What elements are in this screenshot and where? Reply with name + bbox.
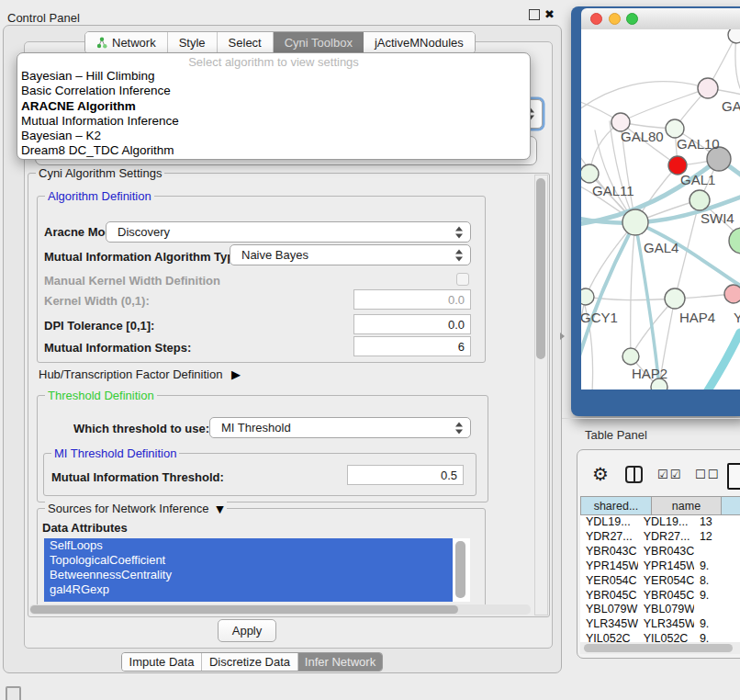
- node-swi4[interactable]: [690, 190, 710, 210]
- mi-steps-field[interactable]: 6: [353, 336, 471, 356]
- node-label-gcy1: GCY1: [581, 310, 618, 325]
- table-row[interactable]: YER054CYER054C8.: [580, 574, 740, 589]
- table-cell: YBL079W: [638, 603, 694, 617]
- tab-select[interactable]: Select: [218, 32, 274, 53]
- table-row[interactable]: YBL079WYBL079W: [580, 603, 740, 617]
- algorithm-option-bayesian-hill-climbing[interactable]: Bayesian – Hill Climbing: [17, 69, 530, 84]
- mi-type-label: Mutual Information Algorithm Type:: [44, 250, 245, 264]
- export-table-icon[interactable]: [727, 463, 740, 490]
- table-cell: YER054C: [580, 574, 638, 589]
- mac-minimize-button[interactable]: [609, 13, 621, 25]
- tab-infer-network[interactable]: Infer Network: [298, 653, 382, 671]
- mi-steps-value: 6: [458, 340, 465, 354]
- algorithm-popup: Select algorithm to view settings Bayesi…: [17, 52, 531, 160]
- node[interactable]: [728, 29, 740, 43]
- which-threshold-value: MI Threshold: [221, 421, 291, 435]
- table-row[interactable]: YIL052CYIL052C9.: [580, 632, 740, 642]
- tab-label: Style: [179, 36, 206, 50]
- node-gal10[interactable]: [666, 119, 684, 138]
- which-threshold-combo[interactable]: MI Threshold: [209, 417, 471, 438]
- network-edge[interactable]: [631, 222, 635, 356]
- tab-cyni-toolbox[interactable]: Cyni Toolbox: [274, 32, 364, 53]
- algorithm-option-bayesian-k2[interactable]: Bayesian – K2: [17, 129, 530, 143]
- table-cell: YPR145W: [638, 559, 694, 574]
- table-row[interactable]: YDR27...YDR27...12: [580, 530, 740, 545]
- mac-close-button[interactable]: [590, 13, 602, 25]
- float-icon[interactable]: [529, 9, 540, 20]
- mi-type-combo[interactable]: Naive Bayes: [230, 244, 471, 265]
- node-label-y: Y: [734, 310, 740, 325]
- apply-button[interactable]: Apply: [218, 619, 276, 642]
- data-attributes-label: Data Attributes: [42, 521, 128, 535]
- table-row[interactable]: YPR145WYPR145W9.: [580, 559, 740, 574]
- attribute-item-gal4rgexp[interactable]: gal4RGexp: [44, 582, 453, 597]
- columns-icon[interactable]: [625, 466, 643, 483]
- splitter-collapse-icon[interactable]: [560, 333, 565, 340]
- select-all-checkboxes-icon[interactable]: ☑☑: [657, 468, 682, 481]
- sources-title-wrap[interactable]: Sources for Network Inference ▼: [45, 502, 227, 516]
- node-gal[interactable]: [698, 78, 718, 98]
- node-gal4[interactable]: [622, 209, 648, 235]
- algorithm-option-mutual-information-inference[interactable]: Mutual Information Inference: [17, 114, 530, 129]
- node-gcy1[interactable]: [581, 288, 594, 305]
- settings-hscrollbar-thumb[interactable]: [30, 605, 458, 614]
- attr-list-scrollbar-thumb[interactable]: [455, 541, 465, 598]
- settings-vscrollbar-thumb[interactable]: [536, 178, 545, 359]
- table-row[interactable]: YLR345WYLR345W9.: [580, 617, 740, 632]
- node-hap4[interactable]: [665, 288, 685, 309]
- table-header: shared...nameA: [580, 496, 740, 515]
- table-cell: [694, 603, 740, 617]
- dpi-tolerance-field[interactable]: 0.0: [353, 314, 471, 334]
- node-label-gal80: GAL80: [621, 129, 664, 144]
- table-cell: 9.: [694, 617, 740, 632]
- node-pink-right[interactable]: [724, 285, 740, 303]
- tab-impute-data[interactable]: Impute Data: [122, 653, 202, 671]
- tab-network[interactable]: Network: [85, 32, 168, 53]
- network-edge[interactable]: [687, 333, 740, 390]
- hub-definition-expander[interactable]: Hub/Transcription Factor Definition ▶: [39, 367, 241, 381]
- aracne-mode-combo[interactable]: Discovery: [106, 221, 471, 243]
- table-row[interactable]: YBR045CYBR045C9.: [580, 589, 740, 604]
- algorithm-option-aracne-algorithm[interactable]: ARACNE Algorithm: [17, 99, 530, 114]
- bottom-tabbar: Impute DataDiscretize DataInfer Network: [121, 652, 383, 672]
- algorithm-option-dream8-dc-tdc-algorithm[interactable]: Dream8 DC_TDC Algorithm: [17, 143, 530, 158]
- network-window-titlebar[interactable]: [581, 8, 740, 30]
- network-canvas[interactable]: GALGAL80GAL10GAL1GAL11GAL4SWI4GCY1HAP4YH…: [581, 29, 740, 390]
- tab-style[interactable]: Style: [168, 32, 218, 53]
- mac-zoom-button[interactable]: [626, 13, 638, 25]
- network-edge[interactable]: [621, 88, 708, 122]
- attribute-item-topologicalcoefficient[interactable]: TopologicalCoefficient: [44, 553, 453, 568]
- table-row[interactable]: YDL19...YDL19...13: [580, 515, 740, 530]
- algorithm-option-basic-correlation-inference[interactable]: Basic Correlation Inference: [17, 84, 530, 98]
- node-hap2[interactable]: [622, 348, 639, 365]
- dock-icon[interactable]: [6, 686, 21, 700]
- tab-discretize-data[interactable]: Discretize Data: [202, 653, 298, 671]
- column-header-a[interactable]: A: [722, 496, 740, 515]
- kernel-width-field[interactable]: 0.0: [353, 289, 471, 310]
- attribute-item-selfloops[interactable]: SelfLoops: [44, 538, 453, 553]
- table-cell: YDL19...: [638, 515, 694, 530]
- column-header-shared[interactable]: shared...: [580, 496, 652, 515]
- mi-threshold-field[interactable]: 0.5: [347, 465, 464, 485]
- table-cell: YIL052C: [638, 632, 694, 642]
- table-cell: YDR27...: [580, 530, 638, 545]
- tab-jactivemnodules[interactable]: jActiveMNodules: [364, 32, 475, 53]
- stepper-icon: [455, 226, 464, 238]
- clear-all-checkboxes-icon[interactable]: ☐☐: [695, 468, 720, 481]
- table-body: YDL19...YDL19...13YDR27...YDR27...12YBR0…: [580, 515, 740, 642]
- table-hscrollbar-thumb[interactable]: [584, 644, 733, 652]
- table-cell: 8.: [694, 574, 740, 589]
- network-graph: GALGAL80GAL10GAL1GAL11GAL4SWI4GCY1HAP4YH…: [581, 29, 740, 390]
- node-label-gal1: GAL1: [680, 172, 715, 187]
- gear-icon[interactable]: ⚙: [592, 463, 609, 485]
- stepper-icon: [455, 249, 464, 261]
- mi-type-value: Naive Bayes: [241, 248, 308, 262]
- node-gal11[interactable]: [581, 164, 599, 183]
- close-icon[interactable]: ✖: [544, 7, 555, 21]
- collapse-down-icon: ▼: [216, 503, 223, 515]
- table-row[interactable]: YBR043CYBR043C: [580, 545, 740, 559]
- attribute-item-betweennesscentrality[interactable]: BetweennessCentrality: [44, 568, 453, 582]
- manual-kernel-checkbox[interactable]: [456, 273, 469, 286]
- node-green-right[interactable]: [729, 228, 740, 254]
- column-header-name[interactable]: name: [652, 496, 722, 515]
